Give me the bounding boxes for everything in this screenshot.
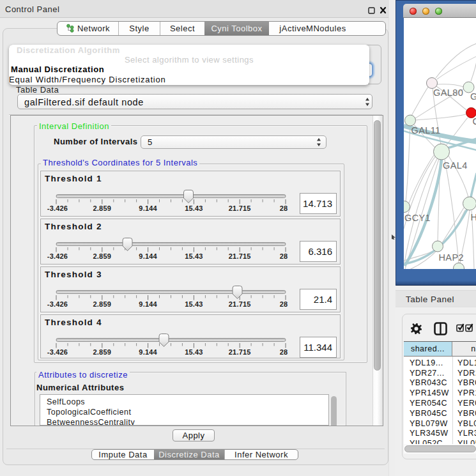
svg-text:-3.426: -3.426 [47, 348, 68, 356]
svg-text:2.859: 2.859 [93, 204, 112, 212]
svg-text:9.144: 9.144 [139, 204, 157, 212]
svg-text:9.144: 9.144 [139, 348, 157, 356]
svg-text:9.144: 9.144 [139, 252, 157, 260]
svg-text:GAL4: GAL4 [443, 160, 468, 170]
svg-text:15.43: 15.43 [185, 204, 203, 212]
svg-text:15.43: 15.43 [185, 252, 203, 260]
svg-text:21.715: 21.715 [229, 348, 251, 356]
svg-text:2.859: 2.859 [93, 348, 112, 356]
svg-text:GCY1: GCY1 [404, 212, 431, 222]
svg-text:2.859: 2.859 [93, 300, 112, 308]
svg-text:GAL80: GAL80 [433, 88, 463, 98]
svg-text:28: 28 [280, 348, 288, 356]
svg-text:28: 28 [280, 300, 288, 308]
svg-text:-3.426: -3.426 [47, 300, 68, 308]
svg-text:9.144: 9.144 [139, 300, 157, 308]
svg-text:GAL11: GAL11 [411, 125, 440, 135]
svg-text:GAL3: GAL3 [470, 91, 476, 101]
svg-text:28: 28 [280, 252, 288, 260]
svg-text:HAP2: HAP2 [438, 252, 463, 263]
svg-text:28: 28 [280, 204, 288, 212]
svg-text:-3.426: -3.426 [47, 252, 68, 260]
svg-text:CDC1: CDC1 [472, 116, 476, 126]
svg-text:21.715: 21.715 [229, 300, 251, 308]
svg-text:2.859: 2.859 [93, 252, 112, 260]
svg-text:HIS4: HIS4 [470, 212, 476, 222]
svg-text:15.43: 15.43 [185, 300, 203, 308]
svg-text:15.43: 15.43 [185, 348, 203, 356]
svg-text:21.715: 21.715 [229, 204, 251, 212]
svg-text:-3.426: -3.426 [47, 204, 68, 212]
svg-text:21.715: 21.715 [229, 252, 251, 260]
